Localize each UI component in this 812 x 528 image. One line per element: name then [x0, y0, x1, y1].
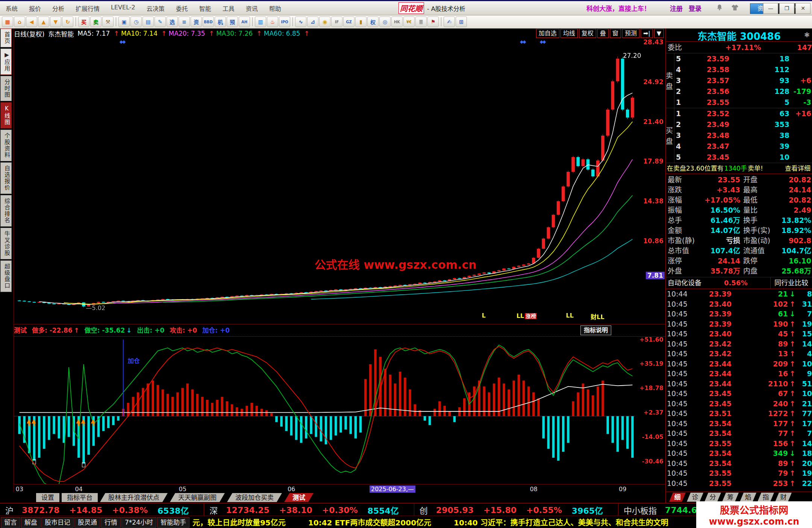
status-tab-行情[interactable]: 行情 [101, 517, 121, 528]
indicator-tab-波段加仓买卖[interactable]: 波段加仓买卖 [227, 493, 282, 502]
indicator-tab-股林主升浪潜伏点[interactable]: 股林主升浪潜伏点 [100, 493, 168, 502]
indicator-tab-天天躺赢副图[interactable]: 天天躺赢副图 [170, 493, 225, 502]
quote-tab-财[interactable]: 财 [775, 493, 792, 502]
tick-list[interactable]: 10:4423.3921↓810:4523.40102↑3110:4523.39… [666, 289, 812, 488]
hk-icon[interactable]: HK [391, 17, 403, 27]
tick-row[interactable]: 10:4523.4567↑10 [666, 389, 812, 399]
doc-icon[interactable]: ≡ [179, 17, 190, 27]
status-tab-留言[interactable]: 留言 [1, 517, 20, 528]
tick-row[interactable]: 10:4523.442110↑51 [666, 379, 812, 389]
refresh-icon[interactable]: ↻ [62, 17, 73, 27]
disc-icon[interactable]: ◎ [379, 17, 391, 27]
promo-banner[interactable]: 科创大涨，直接上车！ [586, 3, 650, 13]
close-button[interactable]: ✕ [795, 3, 810, 14]
grid-icon[interactable]: ▦ [2, 17, 13, 27]
layout-icon[interactable]: ⊞ [456, 17, 467, 27]
back-icon[interactable]: ◀ [26, 17, 37, 27]
sidebar-item-超级盘口[interactable]: 超级盘口 [0, 260, 12, 292]
index-深[interactable]: 深12734.25+38.10+0.30%8554亿 [204, 504, 414, 516]
login-link[interactable]: 登录 [689, 5, 701, 12]
tick-row[interactable]: 10:4523.39190↑19 [666, 319, 812, 329]
report-icon[interactable]: ▤ [142, 17, 154, 27]
tick-row[interactable]: 10:4523.40102↑31 [666, 299, 812, 309]
sell-row[interactable]: 223.56128-179 [674, 86, 812, 97]
sidebar-item-综合排名[interactable]: 综合排名 [0, 195, 12, 227]
status-tab-智能助手[interactable]: 智能助手 [157, 517, 189, 528]
gz-icon[interactable]: GZ [343, 17, 354, 27]
menu-帮助[interactable]: 帮助 [264, 4, 287, 13]
sector-name[interactable]: 自动化设备 [666, 277, 701, 289]
chart-button-▼[interactable]: ▼ [654, 29, 664, 38]
sidebar-item-个股资料[interactable]: 个股资料 [0, 130, 12, 161]
chart-button-➡|[interactable]: ➡| [641, 29, 653, 38]
buy-row[interactable]: 123.5263+16 [674, 108, 812, 119]
menu-LEVEL-2[interactable]: LEVEL-2 [105, 4, 141, 13]
quote-tab-筹[interactable]: 筹 [722, 493, 739, 502]
indicator-tab-测试[interactable]: 测试 [284, 493, 314, 502]
gold-icon[interactable]: ▮ [355, 17, 367, 27]
indicator-help-button[interactable]: 指标说明 [580, 325, 611, 335]
quote-tab-分[interactable]: 分 [704, 493, 721, 502]
gear-icon[interactable]: ✱ [804, 31, 810, 39]
chart-button-均线[interactable]: 均线 [561, 29, 578, 38]
tick-row[interactable]: 10:4523.5477↑7 [666, 428, 812, 439]
quote-tab-诊[interactable]: 诊 [687, 493, 703, 502]
menu-工具[interactable]: 工具 [217, 4, 240, 13]
status-tab-7*24小时[interactable]: 7*24小时 [121, 517, 156, 528]
quote-tab-细[interactable]: 细 [669, 493, 686, 502]
machine-icon[interactable]: 机 [215, 17, 226, 27]
buy-icon[interactable]: 买 [78, 17, 89, 27]
if-icon[interactable]: IF [331, 17, 342, 27]
tick-row[interactable]: 10:4423.3921↓8 [666, 289, 812, 299]
tick-row[interactable]: 10:4523.3961↓7 [666, 309, 812, 319]
bell-icon[interactable] [716, 4, 723, 12]
buy-row[interactable]: 423.4739 [674, 141, 812, 152]
quote-tab-焰[interactable]: 焰 [740, 493, 756, 502]
menu-委托[interactable]: 委托 [170, 4, 194, 13]
edit-icon[interactable]: ✎ [155, 17, 166, 27]
tick-row[interactable]: 10:4523.511272↑77 [666, 408, 812, 419]
tick-row[interactable]: 10:4523.4213↑4 [666, 349, 812, 359]
usflag-icon[interactable]: ⚑ [427, 17, 439, 27]
sell-row[interactable]: 523.5918 [674, 53, 812, 64]
view-detail-link[interactable]: 查看详细 [785, 163, 812, 174]
menu-分析[interactable]: 分析 [47, 4, 70, 13]
tick-row[interactable]: 10:4523.4045↑15 [666, 329, 812, 339]
tick-row[interactable]: 10:4523.4416↑9 [666, 369, 812, 379]
shirt-icon[interactable] [731, 4, 739, 12]
index-创[interactable]: 创2905.93+15.80+0.55%3965亿 [414, 504, 618, 516]
home-icon[interactable]: ⌂ [14, 17, 25, 27]
status-tab-股市日记[interactable]: 股市日记 [41, 517, 74, 528]
menu-系统[interactable]: 系统 [0, 4, 23, 13]
menu-云决策[interactable]: 云决策 [141, 4, 170, 13]
index-沪[interactable]: 沪3872.78+14.85+0.38%6538亿 [0, 504, 204, 516]
sell-row[interactable]: 423.58112 [674, 64, 812, 75]
sidebar-item-牛叉诊股[interactable]: 牛叉诊股 [0, 228, 12, 259]
tick-row[interactable]: 10:4523.54177↑17 [666, 419, 812, 429]
minimize-button[interactable]: — [763, 3, 778, 14]
select-icon[interactable]: 选 [167, 17, 178, 27]
coin-icon[interactable]: ◉ [319, 17, 330, 27]
sidebar-item-K线图[interactable]: K线图 [0, 102, 12, 129]
kline-chart[interactable]: 公式在线 www.gszx.com.cn 28.4324.9221.4017.8… [14, 38, 665, 324]
tick-row[interactable]: 10:4523.5579↑19 [666, 468, 812, 478]
sidebar-item-分时图[interactable]: 分时图 [0, 76, 12, 101]
quote-tab-指[interactable]: 指 [757, 493, 774, 502]
menu-智能[interactable]: 智能 [194, 4, 217, 13]
buy-row[interactable]: 523.4510 [674, 152, 812, 163]
hot-icon[interactable]: ♨ [267, 17, 278, 27]
tick-row[interactable]: 10:4523.54349↓18 [666, 448, 812, 458]
status-tab-解盘[interactable]: 解盘 [21, 517, 41, 528]
buy-row[interactable]: 323.4838 [674, 130, 812, 141]
sidebar-item-自选报价[interactable]: 自选报价 [0, 162, 12, 194]
sell-row[interactable]: 323.5793+6 [674, 75, 812, 86]
forex-icon[interactable]: ¥€ [403, 17, 415, 27]
period-label[interactable]: 日线(复权) [14, 29, 44, 38]
register-link[interactable]: 注册 [670, 5, 683, 12]
ipo-icon[interactable]: IPO [279, 17, 290, 27]
menu-扩展行情[interactable]: 扩展行情 [70, 4, 105, 13]
ah-icon[interactable]: AH [239, 17, 250, 27]
tick-row[interactable]: 10:4523.55253↑22 [666, 478, 812, 489]
chart-button-加自选[interactable]: 加自选 [536, 29, 559, 38]
write-icon[interactable]: ✍ [444, 17, 455, 27]
